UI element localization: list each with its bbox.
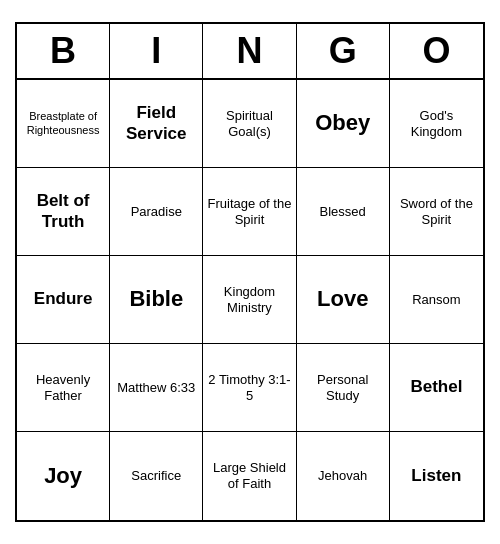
bingo-cell-17: 2 Timothy 3:1-5 xyxy=(203,344,296,432)
cell-text-18: Personal Study xyxy=(301,372,385,403)
cell-text-3: Obey xyxy=(315,110,370,136)
bingo-cell-24: Listen xyxy=(390,432,483,520)
cell-text-8: Blessed xyxy=(320,204,366,220)
bingo-cell-16: Matthew 6:33 xyxy=(110,344,203,432)
cell-text-0: Breastplate of Righteousness xyxy=(21,110,105,136)
bingo-cell-0: Breastplate of Righteousness xyxy=(17,80,110,168)
cell-text-19: Bethel xyxy=(410,377,462,397)
bingo-cell-22: Large Shield of Faith xyxy=(203,432,296,520)
cell-text-6: Paradise xyxy=(131,204,182,220)
cell-text-11: Bible xyxy=(129,286,183,312)
cell-text-24: Listen xyxy=(411,466,461,486)
cell-text-5: Belt of Truth xyxy=(21,191,105,232)
cell-text-9: Sword of the Spirit xyxy=(394,196,479,227)
cell-text-22: Large Shield of Faith xyxy=(207,460,291,491)
bingo-cell-7: Fruitage of the Spirit xyxy=(203,168,296,256)
cell-text-12: Kingdom Ministry xyxy=(207,284,291,315)
bingo-cell-15: Heavenly Father xyxy=(17,344,110,432)
bingo-cell-13: Love xyxy=(297,256,390,344)
cell-text-13: Love xyxy=(317,286,368,312)
bingo-cell-21: Sacrifice xyxy=(110,432,203,520)
cell-text-23: Jehovah xyxy=(318,468,367,484)
bingo-cell-2: Spiritual Goal(s) xyxy=(203,80,296,168)
bingo-cell-9: Sword of the Spirit xyxy=(390,168,483,256)
bingo-cell-10: Endure xyxy=(17,256,110,344)
bingo-letter-B: B xyxy=(17,24,110,78)
cell-text-16: Matthew 6:33 xyxy=(117,380,195,396)
bingo-letter-I: I xyxy=(110,24,203,78)
bingo-cell-1: Field Service xyxy=(110,80,203,168)
bingo-cell-18: Personal Study xyxy=(297,344,390,432)
bingo-cell-12: Kingdom Ministry xyxy=(203,256,296,344)
bingo-letter-G: G xyxy=(297,24,390,78)
cell-text-2: Spiritual Goal(s) xyxy=(207,108,291,139)
cell-text-4: God's Kingdom xyxy=(394,108,479,139)
bingo-cell-8: Blessed xyxy=(297,168,390,256)
bingo-cell-6: Paradise xyxy=(110,168,203,256)
bingo-cell-14: Ransom xyxy=(390,256,483,344)
bingo-cell-20: Joy xyxy=(17,432,110,520)
cell-text-15: Heavenly Father xyxy=(21,372,105,403)
bingo-cell-19: Bethel xyxy=(390,344,483,432)
bingo-cell-11: Bible xyxy=(110,256,203,344)
bingo-cell-4: God's Kingdom xyxy=(390,80,483,168)
cell-text-10: Endure xyxy=(34,289,93,309)
bingo-letter-N: N xyxy=(203,24,296,78)
bingo-grid: Breastplate of RighteousnessField Servic… xyxy=(17,80,483,520)
bingo-card: BINGO Breastplate of RighteousnessField … xyxy=(15,22,485,522)
bingo-header: BINGO xyxy=(17,24,483,80)
cell-text-20: Joy xyxy=(44,463,82,489)
cell-text-7: Fruitage of the Spirit xyxy=(207,196,291,227)
cell-text-17: 2 Timothy 3:1-5 xyxy=(207,372,291,403)
cell-text-21: Sacrifice xyxy=(131,468,181,484)
bingo-cell-23: Jehovah xyxy=(297,432,390,520)
cell-text-1: Field Service xyxy=(114,103,198,144)
bingo-letter-O: O xyxy=(390,24,483,78)
bingo-cell-3: Obey xyxy=(297,80,390,168)
cell-text-14: Ransom xyxy=(412,292,460,308)
bingo-cell-5: Belt of Truth xyxy=(17,168,110,256)
